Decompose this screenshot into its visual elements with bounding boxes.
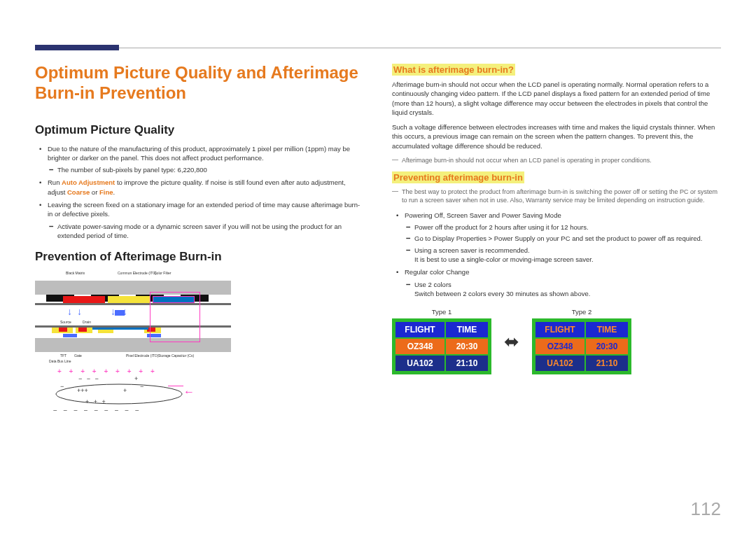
preventing-list: Powering Off, Screen Saver and Power Sav…: [392, 211, 721, 298]
heading-prevention: Prevention of Afterimage Burn-in: [35, 250, 364, 264]
flight-table-type1: FLIGHT TIME OZ348 20:30 UA102 21:10: [392, 318, 491, 374]
prev-item-2: Regular color Change Use 2 colors Switch…: [405, 267, 721, 298]
t2-h-time: TIME: [586, 322, 628, 337]
type1-label: Type 1: [392, 308, 491, 316]
opq-item-1-text: Due to the nature of the manufacturing o…: [48, 145, 350, 162]
opq-item-1-sub: The number of sub-pixels by panel type: …: [57, 165, 364, 174]
prev-1-d1: Power off the product for 2 hours after …: [414, 223, 721, 232]
lbl-drain: Drain: [83, 320, 91, 324]
prev-1-d3-text: Using a screen saver is recommended.: [414, 246, 530, 254]
prev-2-d1-sub: Switch between 2 colors every 30 minutes…: [414, 290, 590, 297]
prev-2-d1-text: Use 2 colors: [414, 281, 451, 288]
lbl-source: Source: [60, 320, 71, 324]
flight-type1-block: Type 1 FLIGHT TIME OZ348 20:30 UA102 21:…: [392, 308, 491, 374]
lbl-storage-cap: Storage Capacitor (Cs): [158, 353, 194, 358]
t1-r1b: 20:30: [446, 339, 488, 354]
lbl-data-bus: Data Bus Line: [49, 359, 71, 363]
t2a: Run: [48, 178, 62, 186]
auto-adjustment-label: Auto Adjustment: [62, 178, 115, 186]
lbl-tft: TFT: [60, 353, 66, 358]
svg-point-0: [56, 384, 182, 404]
lbl-black-matrix: Black Matrix: [66, 271, 85, 275]
t2-r2b: 21:10: [586, 356, 628, 371]
flight-table-type2: FLIGHT TIME OZ348 20:30 UA102 21:10: [532, 318, 631, 374]
t1-r2a: UA102: [396, 356, 444, 371]
prev-1-d2: Go to Display Properties > Power Supply …: [414, 234, 721, 243]
t2g: .: [113, 188, 115, 196]
t1-r1a: OZ348: [396, 339, 444, 354]
t2-r2a: UA102: [536, 356, 584, 371]
voltage-wave-diagram: + + + + + + + + + − − − + − − +++ + + + …: [35, 365, 203, 421]
t1-h-flight: FLIGHT: [396, 322, 444, 337]
prev-item-2-text: Regular color Change: [405, 268, 469, 276]
flight-type2-block: Type 2 FLIGHT TIME OZ348 20:30 UA102 21:…: [532, 308, 631, 374]
t1-r2b: 21:10: [446, 356, 488, 371]
swap-icon: ⬌: [504, 332, 519, 351]
lbl-gate: Gate: [74, 353, 82, 358]
lbl-color-filter: Color Filter: [154, 271, 171, 275]
right-column: What is afterimage burn-in? Afterimage b…: [392, 63, 721, 421]
opq-item-3-text: Leaving the screen fixed on a stationary…: [48, 201, 360, 218]
prev-item-1-text: Powering Off, Screen Saver and Power Sav…: [405, 211, 561, 219]
type2-label: Type 2: [532, 308, 631, 316]
lbl-pixel-electrode: Pixel Electrode (ITO): [126, 353, 158, 358]
prev-1-d3-sub: It is best to use a single-color or movi…: [414, 255, 594, 263]
opq-item-3-sub: Activate power-saving mode or a dynamic …: [57, 222, 364, 241]
t2e: or: [90, 188, 99, 196]
left-column: Optimum Picture Quality and Afterimage B…: [35, 63, 364, 421]
page-title: Optimum Picture Quality and Afterimage B…: [35, 63, 364, 104]
heading-what-is-afterimage: What is afterimage burn-in?: [392, 64, 515, 76]
t2-r1b: 20:30: [586, 339, 628, 354]
t1-h-time: TIME: [446, 322, 488, 337]
page-columns: Optimum Picture Quality and Afterimage B…: [35, 63, 721, 421]
opq-item-3: Leaving the screen fixed on a stationary…: [48, 200, 364, 240]
flight-table-comparison: Type 1 FLIGHT TIME OZ348 20:30 UA102 21:…: [392, 308, 721, 374]
prev-1-d3: Using a screen saver is recommended. It …: [414, 246, 721, 265]
t2-r1a: OZ348: [536, 339, 584, 354]
preventing-note: The best way to protect the product from…: [392, 188, 721, 205]
lbl-common-electrode: Common Electrode (ITO): [118, 271, 157, 275]
opq-list: Due to the nature of the manufacturing o…: [35, 144, 364, 241]
top-rule: [35, 48, 721, 48]
lcd-cross-section-diagram: Black Matrix Common Electrode (ITO) Colo…: [35, 271, 245, 421]
opq-item-2: Run Auto Adjustment to improve the pictu…: [48, 178, 364, 197]
heading-preventing-afterimage: Preventing afterimage burn-in: [392, 171, 524, 183]
t2-h-flight: FLIGHT: [536, 322, 584, 337]
page-number: 112: [691, 498, 721, 520]
afterimage-p1: Afterimage burn-in should not occur when…: [392, 80, 721, 117]
afterimage-note1: Afterimage burn-in should not occur when…: [392, 156, 721, 165]
prev-2-d1: Use 2 colors Switch between 2 colors eve…: [414, 280, 721, 299]
opq-item-1: Due to the nature of the manufacturing o…: [48, 144, 364, 175]
afterimage-p2: Such a voltage difference between electr…: [392, 122, 721, 150]
fine-label: Fine: [99, 188, 113, 196]
heading-optimum-picture-quality: Optimum Picture Quality: [35, 123, 364, 137]
coarse-label: Coarse: [67, 188, 90, 196]
top-rule-mark: [35, 45, 119, 50]
prev-item-1: Powering Off, Screen Saver and Power Sav…: [405, 211, 721, 264]
